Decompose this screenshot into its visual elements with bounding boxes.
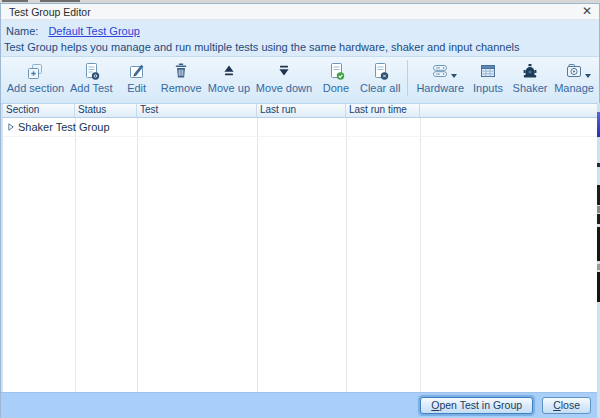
- move-up-icon: [219, 61, 239, 81]
- toolbar-label: Move down: [256, 82, 312, 94]
- add-section-button[interactable]: Add section: [4, 59, 67, 95]
- close-icon[interactable]: ✕: [582, 5, 592, 18]
- shaker-icon: [520, 61, 540, 81]
- toolbar-label: Add Test: [70, 82, 113, 94]
- grid-line: [257, 118, 258, 392]
- done-button[interactable]: Done: [315, 59, 357, 95]
- close-button[interactable]: Close: [542, 397, 591, 414]
- move-up-button[interactable]: Move up: [205, 59, 253, 95]
- column-header-last-run-time[interactable]: Last run time: [346, 104, 420, 117]
- done-icon: [326, 61, 346, 81]
- toolbar-label: Inputs: [473, 82, 503, 94]
- manage-dropdown-caret[interactable]: [585, 74, 591, 78]
- edit-icon: [127, 61, 147, 81]
- background-artifact: [40, 0, 80, 2]
- toolbar: Add section Add Test Edit: [1, 56, 599, 104]
- table-row[interactable]: Shaker Test Group: [3, 118, 597, 137]
- edit-button[interactable]: Edit: [116, 59, 158, 95]
- column-header-test[interactable]: Test: [137, 104, 257, 117]
- column-header-status[interactable]: Status: [75, 104, 137, 117]
- toolbar-label: Clear all: [360, 82, 400, 94]
- background-artifact: [2, 0, 28, 2]
- clear-all-button[interactable]: Clear all: [357, 59, 404, 95]
- open-test-in-group-button[interactable]: Open Test in Group: [420, 397, 533, 414]
- grid-line: [75, 118, 76, 392]
- inputs-button[interactable]: Inputs: [467, 59, 509, 95]
- grid-line: [346, 118, 347, 392]
- table-body[interactable]: Shaker Test Group: [3, 118, 597, 392]
- clear-all-icon: [370, 61, 390, 81]
- shaker-button[interactable]: Shaker: [509, 59, 551, 95]
- toolbar-label: Move up: [208, 82, 250, 94]
- column-header-empty: [420, 104, 597, 117]
- column-header-last-run[interactable]: Last run: [257, 104, 346, 117]
- expander-icon[interactable]: [7, 123, 15, 131]
- grid-line: [420, 118, 421, 392]
- toolbar-label: Manage: [554, 82, 594, 94]
- move-down-icon: [274, 61, 294, 81]
- add-test-button[interactable]: Add Test: [67, 59, 116, 95]
- manage-button[interactable]: Manage: [551, 59, 597, 95]
- name-row: Name: Default Test Group: [1, 23, 599, 38]
- screen: Test Group Editor ✕ Name: Default Test G…: [0, 0, 600, 418]
- test-group-name-link[interactable]: Default Test Group: [48, 25, 140, 37]
- remove-button[interactable]: Remove: [158, 59, 205, 95]
- hardware-dropdown-caret[interactable]: [451, 74, 457, 78]
- hardware-icon: [430, 61, 450, 81]
- toolbar-label: Done: [323, 82, 349, 94]
- hardware-button[interactable]: Hardware: [413, 59, 467, 95]
- table-header: Section Status Test Last run Last run ti…: [3, 104, 597, 118]
- test-group-editor-dialog: Test Group Editor ✕ Name: Default Test G…: [0, 3, 600, 418]
- footer-bar: Open Test in Group Close: [1, 392, 599, 418]
- name-label: Name:: [6, 25, 38, 37]
- add-section-icon: [25, 61, 45, 81]
- row-section-label: Shaker Test Group: [18, 121, 110, 133]
- remove-icon: [171, 61, 191, 81]
- toolbar-label: Hardware: [416, 82, 464, 94]
- info-panel: Name: Default Test Group Test Group help…: [1, 20, 599, 56]
- test-group-table: Section Status Test Last run Last run ti…: [3, 104, 597, 392]
- toolbar-separator: [407, 60, 408, 96]
- toolbar-label: Add section: [7, 82, 64, 94]
- column-header-section[interactable]: Section: [3, 104, 75, 117]
- toolbar-label: Edit: [127, 82, 146, 94]
- inputs-icon: [478, 61, 498, 81]
- description-text: Test Group helps you manage and run mult…: [1, 38, 599, 54]
- grid-line: [137, 118, 138, 392]
- toolbar-label: Shaker: [513, 82, 548, 94]
- add-test-icon: [81, 61, 101, 81]
- dialog-title: Test Group Editor: [1, 6, 91, 18]
- toolbar-label: Remove: [161, 82, 202, 94]
- dialog-titlebar[interactable]: Test Group Editor ✕: [1, 4, 599, 20]
- manage-icon: [564, 61, 584, 81]
- move-down-button[interactable]: Move down: [253, 59, 315, 95]
